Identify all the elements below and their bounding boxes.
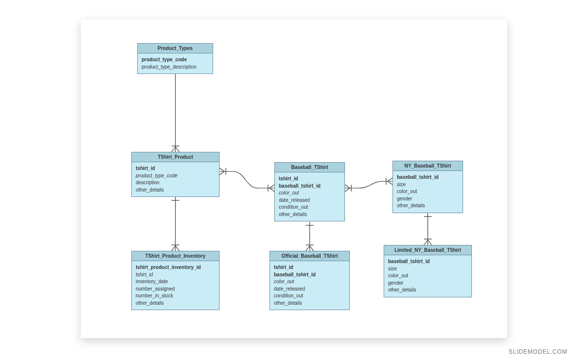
attr: size [397, 181, 459, 189]
rel-tshirt-inventory [172, 197, 179, 251]
entity-body: tshirt_id baseball_tshirt_id color_out d… [270, 261, 349, 310]
attr: date_released [279, 197, 341, 204]
entity-tshirt-product: TShirt_Product tshirt_id product_type_co… [131, 152, 220, 197]
entity-title: Official_Baseball_TShirt [270, 251, 349, 261]
rel-baseball-ny [345, 178, 392, 192]
attr: inventory_date [136, 278, 215, 286]
rel-baseball-official [306, 222, 314, 251]
attr: other_details [279, 211, 341, 218]
entity-title: Baseball_TShirt [275, 163, 344, 172]
attr: gender [397, 195, 459, 203]
attr: number_assigned [136, 286, 215, 293]
attr: color_out [279, 190, 341, 197]
attr: date_released [274, 286, 345, 293]
attr: product_type_code [136, 172, 215, 180]
entity-ny-baseball-tshirt: NY_Baseball_TShirt baseball_tshirt_id si… [392, 161, 463, 213]
attr: color_out [397, 188, 459, 195]
attr: gender [388, 280, 467, 287]
entity-title: TShirt_Product [132, 152, 219, 162]
attr: description [136, 179, 215, 187]
entity-title: Limited_NY_Baseball_TShirt [384, 245, 471, 255]
entity-tshirt-product-inventory: TShirt_Product_Inventory tshirt_product_… [131, 251, 220, 310]
attr: color_out [388, 272, 467, 280]
attr: size [388, 266, 467, 273]
attr: other_details [388, 287, 467, 294]
attr: condition_out [274, 292, 345, 300]
attr: baseball_tshirt_id [388, 258, 467, 266]
attr: number_in_stock [136, 292, 215, 300]
rel-tshirt-baseball [220, 168, 274, 192]
entity-baseball-tshirt: Baseball_TShirt tshirt_id baseball_tshir… [274, 162, 345, 221]
attr: other_details [136, 300, 215, 307]
attr: baseball_tshirt_id [274, 271, 345, 279]
attr: product_type_code [142, 56, 209, 64]
footer-credit: SLIDEMODEL.COM [509, 348, 567, 355]
entity-title: NY_Baseball_TShirt [393, 161, 463, 171]
attr: other_details [397, 202, 459, 210]
attr: baseball_tshirt_id [279, 183, 341, 190]
diagram-canvas: Product_Types product_type_code product_… [81, 20, 507, 338]
attr: tshirt_id [136, 271, 215, 279]
entity-product-types: Product_Types product_type_code product_… [137, 43, 213, 74]
attr: other_details [274, 300, 345, 307]
attr: other_details [136, 187, 215, 194]
attr: tshirt_id [136, 165, 215, 172]
attr: tshirt_id [274, 264, 345, 271]
attr: tshirt_product_inventory_id [136, 264, 215, 271]
entity-body: baseball_tshirt_id size color_out gender… [393, 171, 463, 213]
entity-body: tshirt_id product_type_code description … [132, 162, 219, 196]
entity-limited-ny-baseball-tshirt: Limited_NY_Baseball_TShirt baseball_tshi… [384, 245, 472, 297]
entity-body: tshirt_id baseball_tshirt_id color_out d… [275, 172, 344, 221]
entity-title: TShirt_Product_Inventory [132, 251, 219, 261]
attr: color_out [274, 278, 345, 286]
attr: product_type_description [142, 64, 209, 71]
rel-product-types-tshirt [172, 67, 179, 152]
entity-body: baseball_tshirt_id size color_out gender… [384, 255, 471, 297]
rel-ny-limited [424, 213, 432, 245]
entity-official-baseball-tshirt: Official_Baseball_TShirt tshirt_id baseb… [270, 251, 350, 310]
entity-title: Product_Types [138, 44, 213, 53]
attr: baseball_tshirt_id [397, 174, 459, 181]
entity-body: tshirt_product_inventory_id tshirt_id in… [132, 261, 219, 310]
attr: condition_out [279, 204, 341, 211]
entity-body: product_type_code product_type_descripti… [138, 53, 213, 73]
attr: tshirt_id [279, 175, 341, 183]
